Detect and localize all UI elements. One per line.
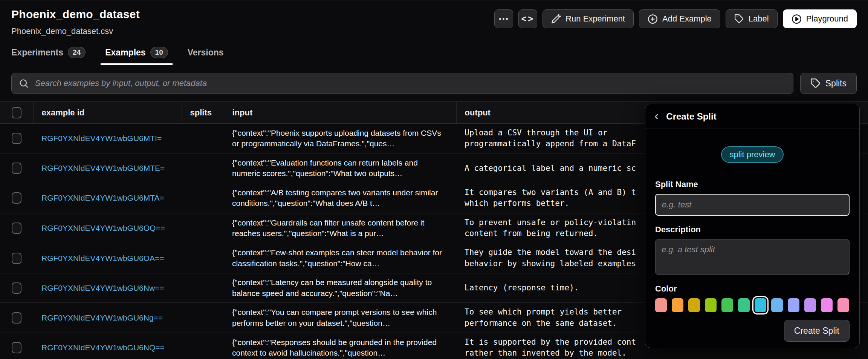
tab-examples-label: Examples xyxy=(105,48,145,58)
tab-examples[interactable]: Examples 10 xyxy=(105,47,168,65)
run-experiment-button[interactable]: Run Experiment xyxy=(542,9,634,28)
color-swatch[interactable] xyxy=(821,298,833,312)
color-swatch[interactable] xyxy=(705,298,717,312)
code-icon: <> xyxy=(521,15,535,23)
color-swatch[interactable] xyxy=(672,298,683,312)
row-checkbox[interactable] xyxy=(12,133,21,144)
color-swatch-selected[interactable] xyxy=(755,298,766,312)
back-chevron-icon[interactable]: ‹ xyxy=(654,109,659,122)
row-checkbox[interactable] xyxy=(12,192,21,204)
experiment-pencil-icon xyxy=(551,14,561,24)
search-icon xyxy=(18,78,29,89)
color-swatch[interactable] xyxy=(788,298,799,312)
page-header: Phoenix_demo_dataset Phoenix_demo_datase… xyxy=(0,0,868,36)
tab-versions[interactable]: Versions xyxy=(188,47,224,65)
search-input[interactable] xyxy=(35,78,786,88)
plus-circle-icon xyxy=(648,14,658,24)
create-split-title: Create Split xyxy=(666,111,716,122)
tab-examples-count-badge: 10 xyxy=(150,47,168,58)
splits-button-label: Splits xyxy=(825,78,847,89)
cell-input: {"context":"You can compare prompt versi… xyxy=(232,307,448,328)
column-header-example-id: example id xyxy=(33,102,182,124)
code-button[interactable]: <> xyxy=(518,9,537,28)
cell-input: {"context":"A/B testing compares two var… xyxy=(232,187,448,209)
tab-versions-label: Versions xyxy=(188,48,224,58)
tab-experiments-label: Experiments xyxy=(11,48,63,58)
example-id-link[interactable]: RGF0YXNldEV4YW1wbGU6MTI= xyxy=(41,134,162,143)
column-header-splits: splits xyxy=(182,102,224,124)
page-subtitle: Phoenix_demo_dataset.csv xyxy=(11,26,140,36)
splits-button[interactable]: Splits xyxy=(800,73,857,94)
split-name-label: Split Name xyxy=(655,180,850,189)
cell-splits xyxy=(182,303,224,333)
column-header-input: input xyxy=(224,102,456,124)
row-checkbox[interactable] xyxy=(12,163,21,174)
playground-label: Playground xyxy=(806,14,848,24)
cell-splits xyxy=(182,333,224,359)
page-title: Phoenix_demo_dataset xyxy=(11,8,140,21)
label-button[interactable]: Label xyxy=(726,9,778,28)
create-split-panel-body: split preview Split Name Description Col… xyxy=(645,129,859,348)
color-swatches xyxy=(655,298,850,312)
color-swatch[interactable] xyxy=(721,298,733,312)
split-preview-pill: split preview xyxy=(721,146,783,163)
play-circle-icon xyxy=(792,14,802,24)
row-checkbox[interactable] xyxy=(12,342,21,353)
description-label: Description xyxy=(655,225,850,235)
tab-experiments[interactable]: Experiments 24 xyxy=(11,47,86,65)
color-swatch[interactable] xyxy=(804,298,816,312)
cell-splits xyxy=(182,213,224,243)
example-id-link[interactable]: RGF0YXNldEV4YW1wbGU6Nw== xyxy=(41,284,164,292)
row-checkbox[interactable] xyxy=(12,282,21,294)
more-options-button[interactable]: ⋯ xyxy=(494,9,513,28)
cell-splits xyxy=(182,273,224,303)
label-button-label: Label xyxy=(749,14,769,24)
cell-input: {"context":"Few-shot examples can steer … xyxy=(232,247,448,269)
color-swatch[interactable] xyxy=(738,298,750,312)
create-split-panel: ‹ Create Split split preview Split Name … xyxy=(645,104,860,348)
example-id-link[interactable]: RGF0YXNldEV4YW1wbGU6MTA= xyxy=(41,193,164,202)
cell-splits xyxy=(182,153,224,183)
color-swatch[interactable] xyxy=(837,298,849,312)
example-id-link[interactable]: RGF0YXNldEV4YW1wbGU6MTE= xyxy=(41,164,165,172)
color-swatch[interactable] xyxy=(655,298,667,312)
header-actions: ⋯ <> Run Experiment xyxy=(494,9,857,28)
tag-icon xyxy=(734,14,744,24)
color-label: Color xyxy=(655,284,850,294)
row-checkbox[interactable] xyxy=(12,222,21,234)
title-block: Phoenix_demo_dataset Phoenix_demo_datase… xyxy=(11,8,140,36)
ellipsis-icon: ⋯ xyxy=(498,14,509,24)
create-split-submit-button[interactable]: Create Split xyxy=(784,320,850,342)
add-example-label: Add Example xyxy=(662,14,712,24)
add-example-button[interactable]: Add Example xyxy=(639,9,720,28)
select-all-checkbox[interactable] xyxy=(12,107,21,118)
tabs-bar: Experiments 24 Examples 10 Versions xyxy=(0,47,868,65)
row-checkbox[interactable] xyxy=(12,312,21,324)
cell-input: {"context":"Evaluation functions can ret… xyxy=(232,158,448,179)
cell-input: {"context":"Phoenix supports uploading d… xyxy=(232,128,448,149)
color-swatch[interactable] xyxy=(688,298,700,312)
cell-input: {"context":"Responses should be grounded… xyxy=(232,337,448,359)
playground-button[interactable]: Playground xyxy=(783,9,857,28)
cell-input: {"context":"Guardrails can filter unsafe… xyxy=(232,218,448,239)
example-id-link[interactable]: RGF0YXNldEV4YW1wbGU6NQ== xyxy=(41,343,165,352)
split-name-input[interactable] xyxy=(655,194,850,216)
cell-splits xyxy=(182,243,224,273)
cell-input: {"context":"Latency can be measured alon… xyxy=(232,277,448,299)
search-box[interactable] xyxy=(11,73,793,94)
cell-splits xyxy=(182,124,224,154)
example-id-link[interactable]: RGF0YXNldEV4YW1wbGU6Ng== xyxy=(41,313,163,322)
example-id-link[interactable]: RGF0YXNldEV4YW1wbGU6OQ== xyxy=(41,224,165,232)
tab-experiments-count-badge: 24 xyxy=(68,47,86,58)
row-checkbox[interactable] xyxy=(12,253,21,264)
color-swatch[interactable] xyxy=(771,298,783,312)
run-experiment-label: Run Experiment xyxy=(565,14,625,24)
create-split-panel-header: ‹ Create Split xyxy=(645,104,859,129)
search-row: Splits xyxy=(0,73,868,94)
description-textarea[interactable] xyxy=(655,239,850,275)
cell-splits xyxy=(182,183,224,213)
splits-tag-icon xyxy=(810,78,821,89)
example-id-link[interactable]: RGF0YXNldEV4YW1wbGU6OA== xyxy=(41,254,164,262)
